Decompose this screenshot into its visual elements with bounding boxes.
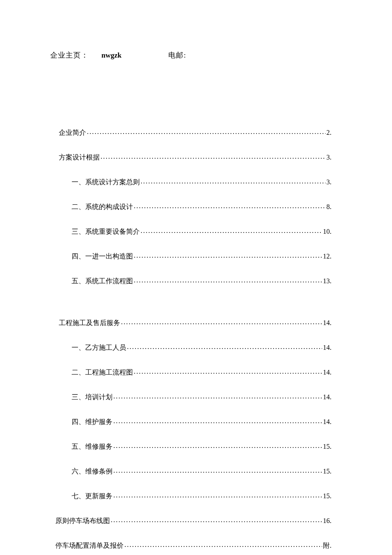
toc-item: 七、更新服务15. <box>72 491 331 501</box>
toc-page-number: 12. <box>323 253 331 260</box>
toc-item: 方案设计根据3. <box>59 153 331 162</box>
toc-page-number: 3. <box>326 154 331 161</box>
toc-label: 一、乙方施工人员 <box>72 343 126 352</box>
toc-item: 五、维修服务15. <box>72 442 331 451</box>
toc-leader-dots <box>141 227 322 234</box>
toc-leader-dots <box>141 177 326 184</box>
toc-item: 三、系统重要设备简介10. <box>72 227 331 236</box>
toc-label: 停车场配置清单及报价 <box>55 541 124 550</box>
header-homepage-label: 企业主页： <box>50 50 89 60</box>
toc-item: 四、一进一出构造图12. <box>72 252 331 261</box>
toc-label: 工程施工及售后服务 <box>59 319 120 328</box>
toc-leader-dots <box>113 417 322 424</box>
toc-item: 原则停车场布线图16. <box>55 516 331 526</box>
toc-page-number: 16. <box>323 517 331 525</box>
header-line: 企业主页： nwgzk 电邮: <box>50 50 186 60</box>
toc-page-number: 2. <box>326 129 331 137</box>
toc-leader-dots <box>134 276 322 283</box>
toc-page-number: 14. <box>323 393 331 401</box>
toc-leader-dots <box>113 467 322 474</box>
toc-item: 一、乙方施工人员14. <box>72 343 331 352</box>
toc-page-number: 14. <box>323 369 331 376</box>
table-of-contents: 企业简介2.方案设计根据3.一、系统设计方案总则3.二、系统的构成设计8.三、系… <box>59 128 331 555</box>
toc-spacer <box>59 301 331 318</box>
header-email-label: 电邮: <box>168 50 186 60</box>
toc-leader-dots <box>87 128 326 135</box>
header-homepage-value: nwgzk <box>101 51 121 60</box>
toc-item: 二、系统的构成设计8. <box>72 202 331 212</box>
toc-page-number: 13. <box>323 277 331 285</box>
toc-leader-dots <box>127 343 322 350</box>
toc-page-number: 8. <box>326 203 331 211</box>
toc-leader-dots <box>101 153 326 160</box>
toc-label: 原则停车场布线图 <box>55 517 110 526</box>
toc-page-number: 15. <box>323 443 331 450</box>
toc-label: 一、系统设计方案总则 <box>72 178 140 187</box>
toc-page-number: 14. <box>323 319 331 327</box>
toc-label: 三、系统重要设备简介 <box>72 227 140 236</box>
toc-label: 四、一进一出构造图 <box>72 252 133 261</box>
toc-label: 三、培训计划 <box>72 393 112 402</box>
toc-leader-dots <box>113 392 322 399</box>
toc-label: 二、工程施工流程图 <box>72 368 133 377</box>
toc-item: 六、维修条例15. <box>72 467 331 476</box>
toc-item: 工程施工及售后服务14. <box>59 318 331 328</box>
toc-label: 二、系统的构成设计 <box>72 203 133 212</box>
toc-page-number: 10. <box>323 228 331 235</box>
toc-item: 一、系统设计方案总则3. <box>72 177 331 187</box>
toc-page-number: 14. <box>323 418 331 426</box>
toc-item: 企业简介2. <box>59 128 331 137</box>
toc-leader-dots <box>121 318 322 325</box>
toc-leader-dots <box>113 442 322 449</box>
toc-label: 企业简介 <box>59 128 86 137</box>
toc-page-number: 15. <box>323 468 331 475</box>
toc-item: 停车场配置清单及报价附. <box>55 541 331 550</box>
toc-page-number: 附. <box>323 541 331 550</box>
toc-item: 四、维护服务14. <box>72 417 331 427</box>
toc-page-number: 15. <box>323 492 331 500</box>
toc-leader-dots <box>111 516 322 523</box>
toc-label: 四、维护服务 <box>72 418 112 427</box>
toc-leader-dots <box>134 368 322 375</box>
toc-page-number: 14. <box>323 344 331 352</box>
toc-label: 方案设计根据 <box>59 153 100 162</box>
toc-item: 五、系统工作流程图13. <box>72 276 331 286</box>
toc-page-number: 3. <box>326 178 331 186</box>
toc-item: 三、培训计划14. <box>72 392 331 402</box>
toc-leader-dots <box>134 202 326 209</box>
toc-label: 五、系统工作流程图 <box>72 277 133 286</box>
toc-leader-dots <box>124 541 322 548</box>
toc-item: 二、工程施工流程图14. <box>72 368 331 377</box>
toc-leader-dots <box>134 252 322 259</box>
toc-label: 七、更新服务 <box>72 492 112 501</box>
toc-leader-dots <box>113 491 322 498</box>
toc-label: 五、维修服务 <box>72 442 112 451</box>
toc-label: 六、维修条例 <box>72 467 112 476</box>
